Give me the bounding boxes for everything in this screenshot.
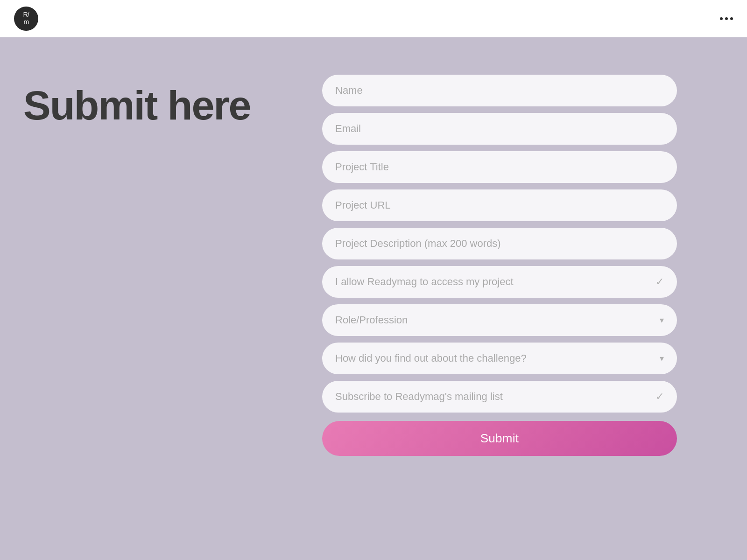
role-chevron-icon: ▾ <box>660 315 664 325</box>
role-label: Role/Profession <box>335 314 660 326</box>
how-found-field[interactable]: How did you find out about the challenge… <box>322 343 677 374</box>
left-panel: Submit here <box>23 75 294 127</box>
dot-3 <box>730 17 733 20</box>
email-input[interactable] <box>322 113 677 145</box>
form-panel: I allow Readymag to access my project ✓ … <box>322 75 677 456</box>
subscribe-row[interactable]: Subscribe to Readymag's mailing list ✓ <box>322 381 677 413</box>
subscribe-label: Subscribe to Readymag's mailing list <box>335 391 655 403</box>
how-found-dropdown[interactable]: How did you find out about the challenge… <box>322 343 677 374</box>
header: R/m <box>0 0 747 37</box>
role-field[interactable]: Role/Profession ▾ <box>322 304 677 336</box>
dot-2 <box>725 17 728 20</box>
how-found-chevron-icon: ▾ <box>660 353 664 364</box>
project-title-input[interactable] <box>322 151 677 183</box>
logo[interactable]: R/m <box>14 7 38 31</box>
name-input[interactable] <box>322 75 677 106</box>
main-content: Submit here I allow Readymag to access m… <box>0 37 747 560</box>
submit-button[interactable]: Submit <box>322 421 677 456</box>
project-description-input[interactable] <box>322 228 677 259</box>
role-dropdown[interactable]: Role/Profession ▾ <box>322 304 677 336</box>
menu-dots-button[interactable] <box>720 17 733 20</box>
access-permission-row[interactable]: I allow Readymag to access my project ✓ <box>322 266 677 298</box>
access-permission-field[interactable]: I allow Readymag to access my project ✓ <box>322 266 677 298</box>
logo-text: R/m <box>23 11 29 26</box>
dot-1 <box>720 17 723 20</box>
how-found-label: How did you find out about the challenge… <box>335 352 660 364</box>
access-check-icon: ✓ <box>655 276 664 288</box>
project-url-input[interactable] <box>322 189 677 221</box>
access-permission-label: I allow Readymag to access my project <box>335 276 655 288</box>
page-title: Submit here <box>23 84 294 127</box>
subscribe-field[interactable]: Subscribe to Readymag's mailing list ✓ <box>322 381 677 413</box>
subscribe-check-icon: ✓ <box>655 391 664 403</box>
